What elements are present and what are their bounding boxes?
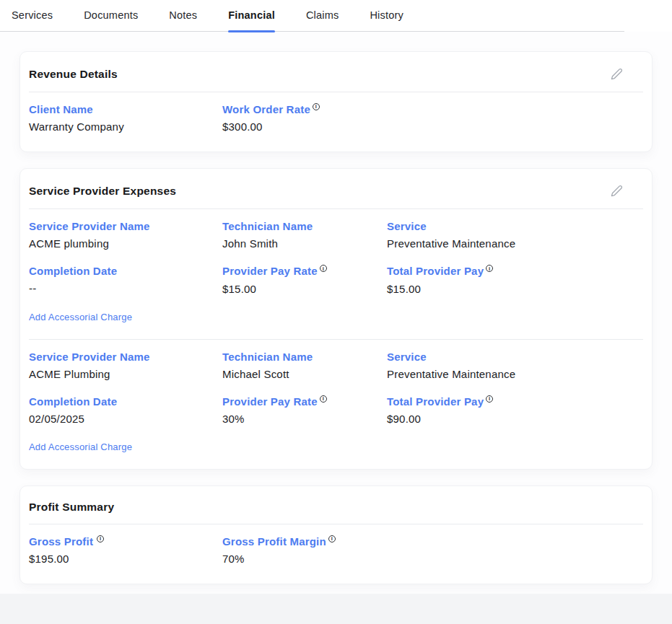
info-icon[interactable]: i: [486, 395, 493, 403]
field-technician-name: Technician Name Michael Scott: [222, 351, 387, 380]
field-service-provider-name: Service Provider Name ACME plumbing: [29, 220, 222, 250]
service-provider-expenses-card: Service Provider Expenses Service Provid…: [19, 168, 653, 470]
profit-summary-card: Profit Summary Gross Profiti $195.00 Gro…: [19, 485, 653, 584]
provider-entry-2: Service Provider Name ACME Plumbing Tech…: [20, 340, 652, 469]
card-header: Profit Summary: [20, 486, 652, 524]
field-label: Technician Name: [222, 220, 387, 232]
provider-fields-row: Completion Date 02/05/2025 Provider Pay …: [29, 395, 643, 425]
add-accessorial-charge-link[interactable]: Add Accessorial Charge: [29, 441, 132, 452]
field-label: Total Provider Payi: [387, 265, 643, 277]
field-provider-pay-rate: Provider Pay Ratei 30%: [222, 395, 387, 425]
info-icon[interactable]: i: [313, 103, 320, 110]
field-value: Preventative Maintenance: [387, 368, 643, 380]
field-value: Warranty Company: [29, 120, 222, 133]
tab-bar: Services Documents Notes Financial Claim…: [0, 0, 624, 32]
edit-revenue-button[interactable]: [609, 66, 624, 82]
field-value: --: [29, 282, 222, 294]
info-icon[interactable]: i: [328, 535, 336, 542]
field-label: Service Provider Name: [29, 220, 222, 232]
profit-fields: Gross Profiti $195.00 Gross Profit Margi…: [20, 524, 652, 584]
field-label: Work Order Ratei: [222, 103, 387, 115]
provider-fields-row: Completion Date -- Provider Pay Ratei $1…: [29, 265, 643, 294]
pencil-icon: [611, 185, 623, 197]
field-value: ACME Plumbing: [29, 368, 222, 380]
provider-fields-row: Service Provider Name ACME Plumbing Tech…: [29, 351, 643, 380]
field-total-provider-pay: Total Provider Payi $90.00: [387, 395, 643, 425]
field-value: $90.00: [387, 413, 643, 425]
field-value: $15.00: [387, 283, 643, 295]
field-value: ACME plumbing: [29, 237, 222, 250]
revenue-details-card: Revenue Details Client Name Warranty Com…: [19, 51, 653, 152]
field-label: Completion Date: [29, 395, 222, 408]
field-gross-profit: Gross Profiti $195.00: [29, 535, 222, 565]
tab-notes[interactable]: Notes: [169, 9, 197, 31]
field-value: 02/05/2025: [29, 413, 222, 425]
field-service: Service Preventative Maintenance: [387, 220, 643, 250]
tab-history[interactable]: History: [370, 9, 403, 31]
field-label: Gross Profit Margini: [222, 535, 387, 548]
field-total-provider-pay: Total Provider Payi $15.00: [387, 265, 643, 294]
field-label: Total Provider Payi: [387, 395, 643, 408]
field-value: 70%: [222, 553, 387, 565]
card-title: Profit Summary: [29, 501, 114, 514]
add-accessorial-charge-link[interactable]: Add Accessorial Charge: [29, 312, 132, 322]
field-service: Service Preventative Maintenance: [387, 351, 643, 380]
field-provider-pay-rate: Provider Pay Ratei $15.00: [222, 265, 387, 294]
provider-fields-row: Service Provider Name ACME plumbing Tech…: [29, 220, 643, 250]
info-icon[interactable]: i: [320, 265, 327, 272]
field-client-name: Client Name Warranty Company: [29, 103, 222, 133]
field-label: Completion Date: [29, 265, 222, 277]
field-label: Service Provider Name: [29, 351, 222, 363]
tab-financial[interactable]: Financial: [228, 9, 275, 31]
provider-entry-1: Service Provider Name ACME plumbing Tech…: [20, 209, 652, 338]
field-value: Michael Scott: [222, 368, 387, 380]
card-header: Service Provider Expenses: [20, 169, 652, 208]
field-label: Provider Pay Ratei: [222, 265, 387, 277]
financial-tab-content: Revenue Details Client Name Warranty Com…: [0, 32, 672, 594]
field-completion-date: Completion Date --: [29, 265, 222, 294]
field-value: $15.00: [222, 283, 387, 295]
field-label: Service: [387, 351, 643, 363]
revenue-fields: Client Name Warranty Company Work Order …: [20, 92, 652, 151]
field-label: Client Name: [29, 103, 222, 115]
field-value: $300.00: [222, 120, 387, 133]
field-label: Provider Pay Ratei: [222, 395, 387, 408]
card-title: Revenue Details: [29, 68, 118, 81]
field-service-provider-name: Service Provider Name ACME Plumbing: [29, 351, 222, 380]
card-title: Service Provider Expenses: [29, 185, 176, 198]
card-header: Revenue Details: [20, 52, 652, 92]
field-technician-name: Technician Name John Smith: [222, 220, 387, 250]
info-icon[interactable]: i: [97, 535, 104, 542]
field-value: 30%: [222, 413, 387, 425]
field-completion-date: Completion Date 02/05/2025: [29, 395, 222, 425]
tab-services[interactable]: Services: [12, 9, 53, 31]
field-value: Preventative Maintenance: [387, 237, 643, 250]
page-footer-background: [0, 594, 672, 624]
tab-documents[interactable]: Documents: [84, 9, 138, 31]
field-label: Service: [387, 220, 643, 232]
field-value: $195.00: [29, 553, 222, 565]
field-label: Gross Profiti: [29, 535, 222, 548]
field-work-order-rate: Work Order Ratei $300.00: [222, 103, 387, 133]
tab-claims[interactable]: Claims: [306, 9, 339, 31]
info-icon[interactable]: i: [320, 395, 327, 403]
pencil-icon: [611, 68, 623, 80]
field-value: John Smith: [222, 237, 387, 250]
field-label: Technician Name: [222, 351, 387, 363]
field-gross-profit-margin: Gross Profit Margini 70%: [222, 535, 387, 565]
info-icon[interactable]: i: [486, 265, 493, 272]
edit-expenses-button[interactable]: [609, 183, 624, 198]
